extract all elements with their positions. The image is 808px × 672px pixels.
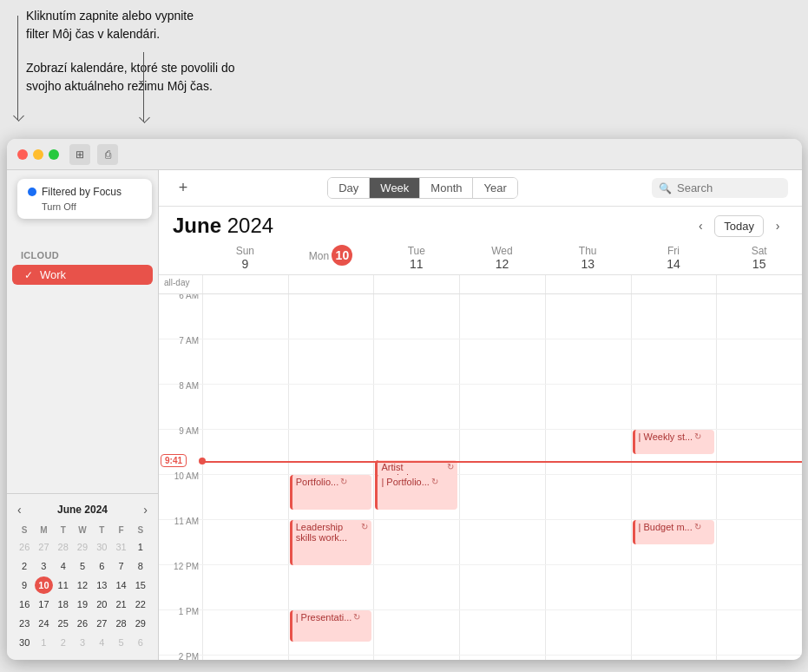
time-cell[interactable] — [545, 385, 631, 429]
time-cell[interactable] — [545, 565, 631, 609]
time-cell[interactable] — [202, 656, 288, 660]
mini-cal-day[interactable]: 15 — [132, 576, 149, 594]
time-cell[interactable] — [202, 385, 288, 429]
time-cell[interactable] — [459, 385, 545, 429]
time-cell[interactable] — [716, 430, 802, 474]
mini-cal-day[interactable]: 18 — [55, 596, 72, 613]
time-cell[interactable] — [716, 339, 802, 384]
mini-cal-day[interactable]: 27 — [35, 538, 52, 556]
add-event-button[interactable]: + — [173, 178, 194, 199]
mini-cal-day[interactable]: 26 — [74, 615, 91, 632]
mini-cal-day[interactable]: 29 — [74, 538, 91, 556]
search-bar[interactable]: 🔍 — [652, 178, 788, 198]
mini-cal-day[interactable]: 5 — [112, 634, 129, 651]
mini-cal-day[interactable]: 13 — [93, 576, 110, 594]
mini-cal-day[interactable]: 20 — [93, 596, 110, 613]
time-cell[interactable] — [202, 475, 288, 519]
mini-cal-day[interactable]: 6 — [93, 557, 110, 575]
time-cell[interactable] — [459, 430, 545, 474]
mini-cal-day[interactable]: 27 — [93, 615, 110, 632]
time-cell[interactable] — [373, 294, 459, 339]
mini-cal-day[interactable]: 28 — [55, 538, 72, 556]
cal-prev-button[interactable]: ‹ — [690, 215, 711, 236]
time-cell[interactable] — [202, 294, 288, 339]
time-cell[interactable] — [459, 610, 545, 655]
calendar-event[interactable]: Portfolio... ↻ — [290, 475, 372, 510]
time-cell[interactable] — [716, 520, 802, 564]
time-cell[interactable] — [459, 294, 545, 339]
mini-cal-day[interactable]: 25 — [55, 615, 72, 632]
turn-off-focus-button[interactable]: Turn Off — [28, 201, 141, 212]
calendar-event[interactable]: | Weekly st... ↻ — [633, 430, 715, 454]
mini-cal-day[interactable]: 16 — [16, 596, 33, 613]
time-cell[interactable] — [716, 565, 802, 609]
time-cell[interactable] — [631, 385, 717, 429]
calendar-event[interactable]: | Presentati... ↻ — [290, 610, 372, 642]
calendar-event[interactable]: Leadership skills work... ↻ — [290, 520, 372, 565]
mini-cal-day[interactable]: 7 — [112, 557, 129, 575]
mini-cal-day[interactable]: 8 — [132, 557, 149, 575]
time-cell[interactable] — [545, 520, 631, 564]
time-cell[interactable] — [631, 565, 717, 609]
view-month-button[interactable]: Month — [420, 178, 473, 198]
time-cell[interactable] — [545, 656, 631, 660]
mini-cal-day[interactable]: 19 — [74, 596, 91, 613]
time-cell[interactable] — [716, 610, 802, 655]
time-cell[interactable] — [545, 430, 631, 474]
view-day-button[interactable]: Day — [328, 178, 370, 198]
mini-cal-day[interactable]: 3 — [74, 634, 91, 651]
time-cell[interactable] — [631, 339, 717, 384]
time-cell[interactable] — [631, 656, 717, 660]
time-cell[interactable] — [716, 656, 802, 660]
mini-cal-day[interactable]: 30 — [16, 634, 33, 651]
time-cell[interactable] — [459, 520, 545, 564]
time-cell[interactable] — [202, 565, 288, 609]
mini-cal-day[interactable]: 5 — [74, 557, 91, 575]
maximize-button[interactable] — [49, 149, 59, 160]
print-icon[interactable]: ⎙ — [97, 144, 118, 165]
mini-cal-day[interactable]: 24 — [35, 615, 52, 632]
close-button[interactable] — [17, 149, 28, 160]
mini-cal-day[interactable]: 22 — [132, 596, 149, 613]
mini-cal-day[interactable]: 30 — [93, 538, 110, 556]
calendar-event[interactable]: | Portfolio... ↻ — [375, 475, 457, 510]
mini-cal-day[interactable]: 26 — [16, 538, 33, 556]
time-cell[interactable] — [288, 656, 374, 660]
sidebar-item-work[interactable]: ✓ Work — [12, 265, 153, 285]
mini-cal-day[interactable]: 29 — [132, 615, 149, 632]
time-cell[interactable] — [459, 475, 545, 519]
calendar-event[interactable]: | Budget m... ↻ — [633, 520, 715, 544]
mini-cal-day[interactable]: 3 — [35, 557, 52, 575]
mini-cal-day[interactable]: 23 — [16, 615, 33, 632]
mini-cal-day[interactable]: 11 — [55, 576, 72, 594]
time-cell[interactable] — [716, 294, 802, 339]
mini-cal-day[interactable]: 4 — [93, 634, 110, 651]
time-cell[interactable] — [631, 475, 717, 519]
mini-cal-day[interactable]: 31 — [112, 538, 129, 556]
mini-cal-next-button[interactable]: › — [140, 501, 151, 518]
time-cell[interactable] — [545, 475, 631, 519]
time-cell[interactable] — [202, 520, 288, 564]
cal-next-button[interactable]: › — [767, 215, 788, 236]
time-cell[interactable] — [631, 610, 717, 655]
time-cell[interactable] — [373, 656, 459, 660]
mini-cal-day[interactable]: 4 — [55, 557, 72, 575]
minimize-button[interactable] — [33, 149, 43, 160]
search-input[interactable] — [677, 181, 781, 194]
mini-cal-day[interactable]: 28 — [112, 615, 129, 632]
time-cell[interactable] — [545, 339, 631, 384]
mini-cal-day[interactable]: 6 — [132, 634, 149, 651]
time-cell[interactable] — [373, 385, 459, 429]
time-cell[interactable] — [202, 339, 288, 384]
cal-today-button[interactable]: Today — [714, 215, 764, 237]
view-week-button[interactable]: Week — [370, 178, 420, 198]
mini-cal-day[interactable]: 2 — [55, 634, 72, 651]
mini-cal-day[interactable]: 12 — [74, 576, 91, 594]
time-cell[interactable] — [545, 610, 631, 655]
time-cell[interactable] — [716, 475, 802, 519]
mini-cal-day[interactable]: 2 — [16, 557, 33, 575]
sidebar-toggle-icon[interactable]: ⊞ — [69, 144, 90, 165]
time-cell[interactable] — [373, 610, 459, 655]
time-cell[interactable] — [459, 565, 545, 609]
mini-cal-day[interactable]: 1 — [132, 538, 149, 556]
